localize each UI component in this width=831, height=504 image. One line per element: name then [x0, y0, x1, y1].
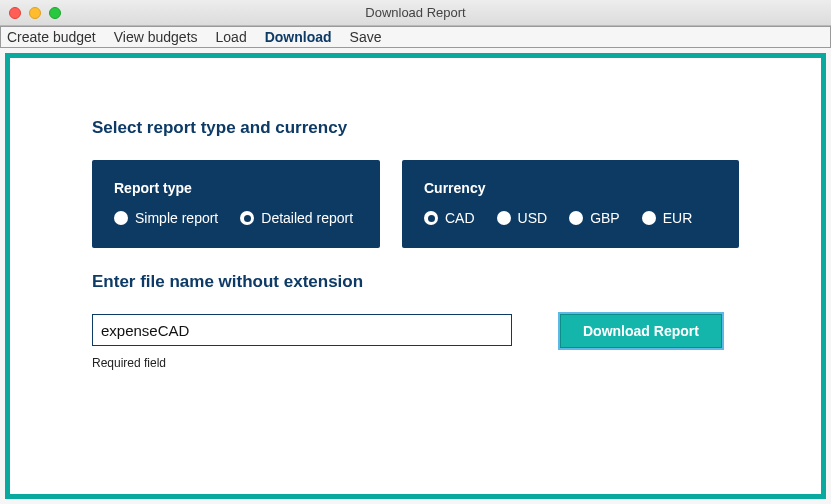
titlebar: Download Report	[0, 0, 831, 26]
radio-usd[interactable]: USD	[497, 210, 548, 226]
download-btn-wrap: Download Report	[560, 314, 722, 348]
radio-detailed-report[interactable]: Detailed report	[240, 210, 353, 226]
section-heading-filename: Enter file name without extension	[92, 272, 739, 292]
download-report-button[interactable]: Download Report	[560, 314, 722, 348]
panel-title-currency: Currency	[424, 180, 717, 196]
radio-icon	[240, 211, 254, 225]
radio-icon	[424, 211, 438, 225]
menu-save[interactable]: Save	[350, 29, 382, 45]
radio-label: GBP	[590, 210, 620, 226]
file-row: Required field Download Report	[92, 314, 739, 370]
close-icon[interactable]	[9, 7, 21, 19]
window-title: Download Report	[0, 5, 831, 20]
radio-label: CAD	[445, 210, 475, 226]
radio-label: EUR	[663, 210, 693, 226]
menubar: Create budget View budgets Load Download…	[0, 26, 831, 48]
menu-create-budget[interactable]: Create budget	[7, 29, 96, 45]
window-controls	[9, 7, 61, 19]
content-outer: Select report type and currency Report t…	[0, 48, 831, 504]
radio-icon	[497, 211, 511, 225]
menu-load[interactable]: Load	[216, 29, 247, 45]
radio-gbp[interactable]: GBP	[569, 210, 620, 226]
minimize-icon[interactable]	[29, 7, 41, 19]
panel-title-report-type: Report type	[114, 180, 358, 196]
radio-label: Detailed report	[261, 210, 353, 226]
filename-helper: Required field	[92, 356, 512, 370]
radio-group-currency: CAD USD GBP	[424, 210, 717, 226]
panels-row: Report type Simple report Detailed repor…	[92, 160, 739, 248]
radio-label: Simple report	[135, 210, 218, 226]
radio-icon	[114, 211, 128, 225]
radio-cad[interactable]: CAD	[424, 210, 475, 226]
menu-view-budgets[interactable]: View budgets	[114, 29, 198, 45]
radio-icon	[642, 211, 656, 225]
radio-group-report-type: Simple report Detailed report	[114, 210, 358, 226]
panel-report-type: Report type Simple report Detailed repor…	[92, 160, 380, 248]
radio-simple-report[interactable]: Simple report	[114, 210, 218, 226]
radio-label: USD	[518, 210, 548, 226]
content-frame: Select report type and currency Report t…	[5, 53, 826, 499]
file-col: Required field	[92, 314, 512, 370]
section-heading-type-currency: Select report type and currency	[92, 118, 739, 138]
radio-icon	[569, 211, 583, 225]
zoom-icon[interactable]	[49, 7, 61, 19]
panel-currency: Currency CAD USD	[402, 160, 739, 248]
filename-input[interactable]	[92, 314, 512, 346]
window: Download Report Create budget View budge…	[0, 0, 831, 504]
radio-eur[interactable]: EUR	[642, 210, 693, 226]
content-inner: Select report type and currency Report t…	[10, 58, 821, 390]
menu-download[interactable]: Download	[265, 29, 332, 45]
